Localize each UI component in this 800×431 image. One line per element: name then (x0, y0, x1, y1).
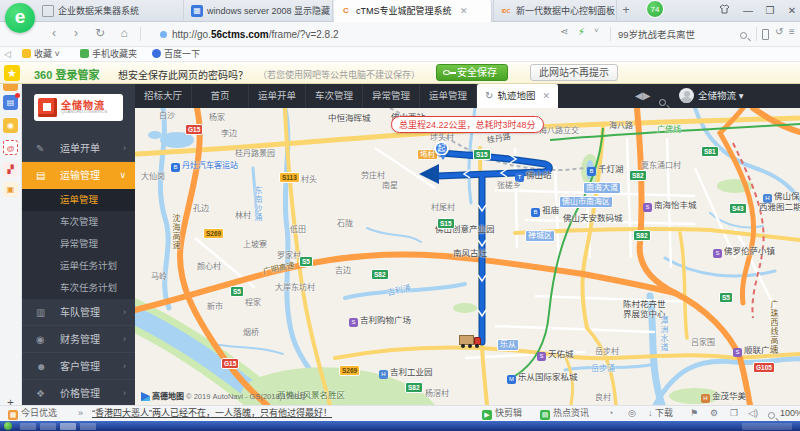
screenshot-at-icon[interactable]: @ (3, 140, 18, 155)
window-icon[interactable]: ❐ (730, 407, 738, 420)
sidebar-subitem[interactable]: 异常管理 (22, 233, 135, 255)
route-start-marker[interactable]: 起 (434, 141, 449, 156)
sidebar-item[interactable]: ❖价格管理› (22, 380, 135, 405)
sidebar-subitem[interactable]: 运单管理 (22, 189, 135, 211)
add-panel-icon[interactable]: + (3, 396, 18, 405)
zoom-level[interactable]: 100% (780, 407, 800, 420)
daily-picks-button[interactable]: ▦今日优选 (8, 407, 57, 420)
map-canvas[interactable]: 白沙杨家李边中恒海晖城佛山西站埗头村桂丹路海八路立交海八路广佛线桂丹路景园B丹灶… (135, 108, 800, 405)
avatar[interactable] (679, 88, 694, 103)
shop-poi-icon: S (733, 348, 742, 357)
notes-icon[interactable]: ▣ (3, 182, 18, 197)
minimize-button[interactable]: — (740, 3, 756, 19)
browser-tab[interactable]: ▦ windows server 2008 显示隐藏 (185, 0, 333, 22)
browser-tab[interactable]: 企业数据采集器系统 (36, 0, 184, 22)
save-password-button[interactable]: 安全保存 (436, 64, 508, 81)
taskbar-tray[interactable] (742, 423, 792, 430)
sidebar-item[interactable]: ◉财务管理› (22, 326, 135, 353)
refresh-icon[interactable]: ↻ (92, 26, 108, 40)
weibo-icon[interactable]: ◉ (3, 118, 18, 133)
hot-news-button[interactable]: ▤热点资讯 (540, 407, 589, 420)
wemedia-icon[interactable]: ◔ (608, 407, 613, 420)
speaker-icon[interactable]: ◁) (748, 407, 758, 420)
mobile-icon[interactable] (762, 29, 769, 40)
taskbar-item[interactable] (80, 423, 96, 430)
menu-icon[interactable]: ≡ (789, 26, 795, 37)
taskbar-item[interactable] (40, 423, 56, 430)
clipped-tool-icon[interactable] (3, 84, 18, 91)
collapse-tabs-icon[interactable]: ◀▶ (635, 84, 650, 108)
tab-close-icon[interactable]: ✕ (460, 6, 468, 16)
sidebar-item[interactable]: ▤运输管理∨ (22, 162, 135, 189)
search-icon[interactable] (740, 30, 747, 41)
app-nav-tab[interactable]: 车次管理 (306, 84, 363, 108)
app-logo[interactable]: 全储物流 QUANCHU LOGISTICS (34, 94, 123, 121)
new-tab-button[interactable]: + (618, 4, 634, 18)
map-label: M乐从国际家私城 (507, 373, 578, 384)
feeds-icon[interactable]: ▤ (3, 95, 18, 110)
share-icon[interactable]: ⋖ (560, 26, 568, 37)
password-save-hint: （若您使用网吧等公共电脑不建议保存） (258, 68, 420, 81)
app-nav-tab[interactable]: 招标大厅 (135, 84, 192, 108)
back-icon[interactable]: ‹ (46, 26, 62, 40)
tab-track-map[interactable]: ↻轨迹地图✕ (477, 84, 558, 108)
map-label: 广明高速 (262, 261, 295, 276)
taskbar-item[interactable] (20, 423, 36, 430)
windows-taskbar[interactable] (0, 421, 800, 431)
speedup-badge[interactable]: 74 (646, 0, 664, 18)
chevron-icon: › (123, 135, 126, 162)
browser-tab-label: 企业数据采集器系统 (58, 6, 139, 16)
start-orb-icon[interactable] (4, 422, 12, 430)
sidebar-subitem[interactable]: 车次管理 (22, 211, 135, 233)
speed-lightning-icon[interactable]: ⚡ (578, 26, 585, 37)
gear-icon[interactable]: ⚙ (710, 407, 718, 420)
download-button[interactable]: ↓ 下载 (648, 407, 673, 420)
map-label: 广珠西线高速 (769, 300, 778, 354)
browser-tab-active[interactable]: C cTMS专业城配管理系统 ✕ (334, 0, 492, 22)
maximize-button[interactable]: ❐ (762, 3, 778, 19)
expand-icon[interactable]: » (78, 407, 83, 420)
sidebar-item[interactable]: ▥车队管理› (22, 299, 135, 326)
url-input[interactable]: http://go.56ctms.com/frame/?v=2.8.2 (160, 26, 339, 43)
quick-clip-button[interactable]: ▶快剪辑 (482, 407, 522, 420)
sidebar-item[interactable]: ✎运单开单› (22, 135, 135, 162)
map-label: 中恒海晖城 (328, 114, 371, 123)
transport-manage-icon: ▤ (36, 162, 45, 189)
truck-icon[interactable] (459, 335, 483, 349)
sidebar-submenu: 运单管理车次管理异常管理运单任务计划车次任务计划 (22, 189, 135, 299)
user-menu[interactable]: 全储物流 ▾ (698, 84, 743, 108)
chevron-down-icon[interactable]: ˅ (594, 26, 599, 35)
collapse-icon[interactable]: ◁ (4, 48, 11, 61)
skin-icon[interactable] (716, 3, 732, 19)
favorites-button[interactable]: 收藏 ˅ (22, 48, 60, 61)
app-nav-tab[interactable]: 运单管理 (420, 84, 477, 108)
chevron-icon: › (123, 326, 126, 353)
map-label: 上坡寮 (243, 240, 267, 249)
app-nav-tab[interactable]: 异常管理 (363, 84, 420, 108)
taskbar-item[interactable] (60, 423, 76, 430)
browser-tab[interactable]: IDC 新一代数据中心控制面板 (493, 0, 617, 22)
close-button[interactable]: ✕ (784, 3, 800, 19)
never-prompt-button[interactable]: 此网站不再提示 (530, 64, 618, 81)
recent-icon[interactable]: ↺ (775, 26, 783, 37)
sidebar-item[interactable]: ☻客户管理› (22, 353, 135, 380)
app-nav-tab[interactable]: 首页 (192, 84, 249, 108)
news-headline-link[interactable]: “香港四大恶人”两人已经不在，一人落魄，只有他过得最好！ (92, 407, 332, 420)
game-icon[interactable]: ▞ (3, 162, 18, 177)
mobile-favorites-button[interactable]: 手机收藏夹 (80, 48, 137, 61)
sidebar-item-label: 财务管理 (60, 334, 100, 345)
flag-icon[interactable]: ⚑ (690, 407, 698, 420)
pin-icon[interactable]: ◎ (628, 407, 636, 420)
browser-logo[interactable]: e (5, 3, 35, 33)
app-content: 招标大厅首页运单开单车次管理异常管理运单管理 ↻轨迹地图✕ ◀▶ 全储物流 ▾ (135, 84, 800, 405)
app-nav-tab[interactable]: 运单开单 (249, 84, 306, 108)
sidebar-subitem[interactable]: 运单任务计划 (22, 255, 135, 277)
forward-icon[interactable]: › (68, 26, 84, 40)
search-input[interactable]: 99岁抗战老兵离世 (618, 26, 738, 43)
home-icon[interactable]: ⌂ (116, 26, 132, 40)
refresh-tab-icon[interactable]: ↻ (485, 90, 493, 101)
sidebar-subitem[interactable]: 车次任务计划 (22, 277, 135, 299)
baidu-bookmark[interactable]: 百度一下 (152, 48, 200, 61)
map-label: 颜心村 (197, 262, 221, 271)
close-tab-icon[interactable]: ✕ (542, 91, 550, 101)
